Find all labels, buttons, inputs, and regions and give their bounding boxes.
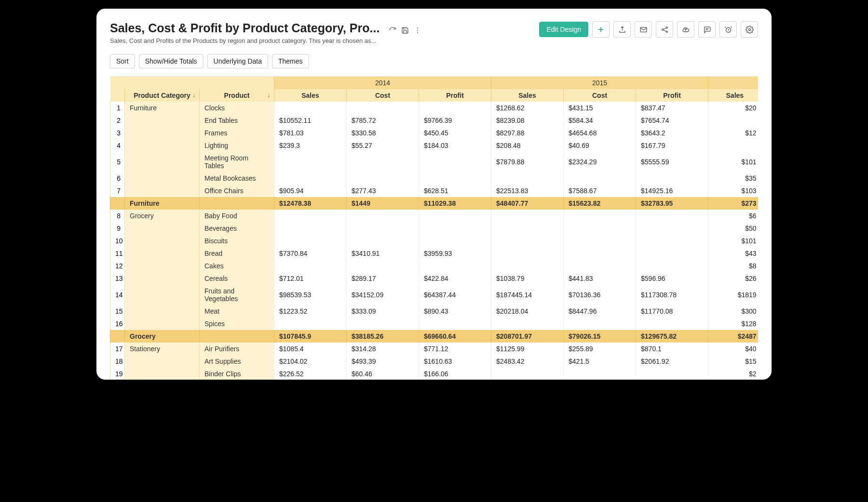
value-cell <box>274 210 347 222</box>
category-cell <box>125 222 200 235</box>
category-cell <box>125 139 200 152</box>
value-cell <box>274 152 347 172</box>
table-row[interactable]: 19Binder Clips$226.52$60.46$166.06$2 <box>110 368 759 380</box>
alarm-icon[interactable] <box>719 21 737 38</box>
settings-icon[interactable] <box>741 21 758 38</box>
year-2014-header[interactable]: 2014 <box>274 77 491 89</box>
table-row[interactable]: 6Metal Bookcases$35 <box>110 172 759 185</box>
value-cell <box>491 260 564 272</box>
value-cell <box>419 210 491 222</box>
value-cell <box>636 210 708 222</box>
svg-point-4 <box>662 28 663 30</box>
table-row[interactable]: 4Lighting$239.3$55.27$184.03$208.48$40.6… <box>110 139 759 152</box>
cost-2015-header[interactable]: Cost <box>564 89 636 102</box>
table-row[interactable]: 8GroceryBaby Food$6 <box>110 210 759 222</box>
table-row[interactable]: 13Cereals$712.01$289.17$422.84$1038.79$4… <box>110 272 759 285</box>
value-cell: $20 <box>708 102 758 114</box>
mail-icon[interactable] <box>635 21 652 38</box>
table-row[interactable]: 1FurnitureClocks$1268.62$431.15$837.47$2… <box>110 102 759 114</box>
value-cell <box>347 222 419 235</box>
subtotal-value: $208701.97 <box>491 330 564 343</box>
profit-2015-header[interactable]: Profit <box>636 89 708 102</box>
save-icon[interactable] <box>401 26 409 34</box>
value-cell: $128 <box>708 317 758 330</box>
value-cell <box>708 114 758 127</box>
category-cell <box>125 247 200 260</box>
category-cell: Furniture <box>125 102 200 114</box>
table-row[interactable]: 15Meat$1223.52$333.09$890.43$20218.04$84… <box>110 305 759 317</box>
table-row[interactable]: 14Fruits and Vegetables$98539.53$34152.0… <box>110 285 759 305</box>
value-cell: $34152.09 <box>347 285 419 305</box>
table-row[interactable]: 3Frames$781.03$330.58$450.45$8297.88$465… <box>110 127 759 139</box>
underlying-data-button[interactable]: Underlying Data <box>207 54 268 68</box>
category-cell: Grocery <box>125 210 200 222</box>
product-cell: Lighting <box>200 139 274 152</box>
product-header[interactable]: Product ↓ <box>200 89 274 102</box>
product-cell: Cakes <box>200 260 274 272</box>
value-cell: $905.94 <box>274 185 347 197</box>
cost-2014-header[interactable]: Cost <box>347 89 419 102</box>
value-cell <box>636 247 708 260</box>
table-row[interactable]: 12Cakes$8 <box>110 260 759 272</box>
pivot-grid[interactable]: 2014 2015 Product Category ↓ Product ↓ S… <box>110 76 758 380</box>
show-hide-totals-button[interactable]: Show/Hide Totals <box>139 54 203 68</box>
value-cell <box>491 222 564 235</box>
edit-design-button[interactable]: Edit Design <box>539 22 588 37</box>
add-button[interactable]: + <box>592 21 610 38</box>
value-cell <box>419 172 491 185</box>
report-subtitle: Sales, Cost and Profits of the Products … <box>110 37 539 44</box>
share-icon[interactable] <box>656 21 673 38</box>
category-cell <box>125 368 200 380</box>
table-row[interactable]: 9Beverages$50 <box>110 222 759 235</box>
table-row[interactable]: 2End Tables$10552.11$785.72$9766.39$8239… <box>110 114 759 127</box>
sort-button[interactable]: Sort <box>110 54 135 68</box>
table-row[interactable]: 5Meeting Room Tables$7879.88$2324.29$555… <box>110 152 759 172</box>
sales-2014-header[interactable]: Sales <box>274 89 347 102</box>
value-cell: $300 <box>708 305 758 317</box>
category-cell <box>125 127 200 139</box>
subtotal-product-cell <box>200 197 274 210</box>
value-cell: $1268.62 <box>491 102 564 114</box>
profit-2014-header[interactable]: Profit <box>419 89 491 102</box>
more-vertical-icon[interactable] <box>414 26 421 34</box>
value-cell <box>491 317 564 330</box>
sort-desc-icon[interactable]: ↓ <box>267 92 270 99</box>
value-cell: $26 <box>708 272 758 285</box>
row-number: 17 <box>110 343 125 355</box>
value-cell <box>564 172 636 185</box>
table-row[interactable]: 10Biscuits$101 <box>110 235 759 247</box>
year-2015-header[interactable]: 2015 <box>491 77 708 89</box>
export-icon[interactable] <box>613 21 631 38</box>
comment-icon[interactable] <box>698 21 716 38</box>
table-row[interactable]: 18Art Supplies$2104.02$493.39$1610.63$24… <box>110 355 759 368</box>
row-number: 2 <box>110 114 125 127</box>
table-row[interactable]: 11Bread$7370.84$3410.91$3959.93$43 <box>110 247 759 260</box>
table-row[interactable]: 7Office Chairs$905.94$277.43$628.51$2251… <box>110 185 759 197</box>
value-cell: $60.46 <box>347 368 419 380</box>
value-cell: $1610.63 <box>419 355 491 368</box>
value-cell <box>636 368 708 380</box>
value-cell: $837.47 <box>636 102 708 114</box>
table-row[interactable]: 16Spices$128 <box>110 317 759 330</box>
row-number: 10 <box>110 235 125 247</box>
cloud-icon[interactable] <box>677 21 694 38</box>
themes-button[interactable]: Themes <box>272 54 309 68</box>
product-cell: Spices <box>200 317 274 330</box>
subtotal-value: $273 <box>708 197 758 210</box>
value-cell <box>274 172 347 185</box>
sales-next-header[interactable]: Sales <box>708 89 758 102</box>
value-cell <box>636 222 708 235</box>
sales-2015-header[interactable]: Sales <box>491 89 564 102</box>
value-cell <box>419 235 491 247</box>
row-number: 14 <box>110 285 125 305</box>
subtotal-row[interactable]: Furniture$12478.38$1449$11029.38$48407.7… <box>110 197 759 210</box>
value-cell <box>347 260 419 272</box>
subtotal-row[interactable]: Grocery$107845.9$38185.26$69660.64$20870… <box>110 330 759 343</box>
year-next-header[interactable] <box>708 77 758 89</box>
refresh-icon[interactable] <box>389 26 396 34</box>
table-row[interactable]: 17StationeryAir Purifiers$1085.4$314.28$… <box>110 343 759 355</box>
value-cell: $226.52 <box>274 368 347 380</box>
value-cell: $596.96 <box>636 272 708 285</box>
product-category-header[interactable]: Product Category ↓ <box>125 89 200 102</box>
sort-desc-icon[interactable]: ↓ <box>192 92 195 99</box>
